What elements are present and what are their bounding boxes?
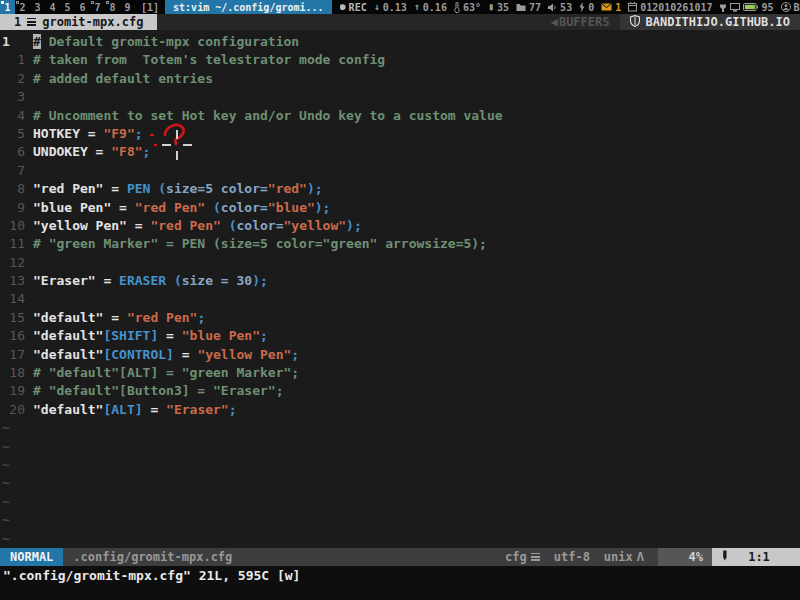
code-line[interactable]: 12 — [0, 254, 800, 272]
line-number: 10 — [0, 217, 25, 235]
fileformat-indicator: unix Λ — [604, 550, 644, 564]
layout-indicator[interactable]: [1] — [141, 2, 159, 13]
up-arrow-icon: ↑ — [414, 2, 420, 12]
code-line[interactable]: 5HOTKEY = "F9"; — [0, 125, 800, 143]
line-number: 12 — [0, 254, 25, 272]
line-number: 18 — [0, 364, 25, 382]
stat-net-up: ↑ 0.16 — [414, 2, 447, 13]
code-text: UNDOKEY = "F8"; — [25, 143, 150, 161]
user-value: BNDTHJ — [794, 2, 800, 13]
record-label: REC — [349, 2, 367, 13]
line-number: 11 — [0, 235, 25, 253]
left-triangle-icon: ◀ — [551, 15, 558, 29]
code-text: # "default"[Button3] = "Eraser"; — [25, 382, 283, 400]
line-number: 14 — [0, 290, 25, 308]
code-line[interactable]: 19# "default"[Button3] = "Eraser"; — [0, 382, 800, 400]
position-text: 1:1 — [728, 550, 790, 564]
workspace-tag-4[interactable]: 4 — [45, 0, 60, 14]
code-line[interactable]: 3 — [0, 88, 800, 106]
hollow-square-icon — [91, 1, 94, 4]
line-number: 2 — [0, 70, 25, 88]
zap-icon — [579, 2, 585, 12]
buffer-tab-active[interactable]: 1 gromit-mpx.cfg — [0, 14, 157, 30]
stat-volume: 53 — [548, 2, 572, 13]
empty-line: ~ — [0, 419, 800, 437]
shield-icon — [630, 15, 640, 30]
code-line[interactable]: 20"default"[ALT] = "Eraser"; — [0, 401, 800, 419]
line-number: 6 — [0, 143, 25, 161]
status-line: NORMAL .config/gromit-mpx.cfg cfg utf-8 … — [0, 548, 800, 566]
empty-line: ~ — [0, 530, 800, 548]
code-text: "default"[ALT] = "Eraser"; — [25, 401, 237, 419]
updates-value: 0 — [588, 2, 594, 13]
line-number: 1 — [0, 33, 25, 51]
code-line[interactable]: 16"default"[SHIFT] = "blue Pen"; — [0, 327, 800, 345]
stat-datetime: 012010261017 — [628, 2, 712, 13]
code-text: "Eraser" = ERASER (size = 30); — [25, 272, 268, 290]
stat-temperature: 63° — [454, 2, 481, 13]
code-line[interactable]: 10"yellow Pen" = "red Pen" (color="yello… — [0, 217, 800, 235]
code-text — [25, 88, 33, 106]
code-line[interactable]: 11# "green Marker" = PEN (size=5 color="… — [0, 235, 800, 253]
code-line[interactable]: 18# "default"[ALT] = "green Marker"; — [0, 364, 800, 382]
workspace-tag-2[interactable]: 2 — [15, 0, 30, 14]
filetype-text: cfg — [505, 550, 527, 564]
empty-line: ~ — [0, 438, 800, 456]
code-line[interactable]: 9"blue Pen" = "red Pen" (color="blue"); — [0, 199, 800, 217]
line-number: 8 — [0, 180, 25, 198]
code-line[interactable]: 4# Uncomment to set Hot key and/or Undo … — [0, 107, 800, 125]
line-number: 5 — [0, 125, 25, 143]
statusline-filename: .config/gromit-mpx.cfg — [73, 550, 232, 564]
temperature-value: 63° — [463, 2, 481, 13]
code-text: "blue Pen" = "red Pen" (color="blue"); — [25, 199, 330, 217]
cursor-position: 1:1 — [712, 548, 800, 566]
workspace-tag-5[interactable]: 5 — [60, 0, 75, 14]
net-up-value: 0.16 — [423, 2, 447, 13]
workspace-tag-1[interactable]: 1 — [0, 0, 15, 14]
hollow-square-icon — [16, 1, 19, 4]
site-badge: BANDITHIJO.GITHUB.IO — [620, 14, 800, 30]
user-icon — [781, 2, 791, 12]
line-number: 20 — [0, 401, 25, 419]
line-number: 15 — [0, 309, 25, 327]
code-area[interactable]: 1# Default gromit-mpx configuration1# ta… — [0, 30, 800, 548]
code-line[interactable]: 1# taken from Totem's telestrator mode c… — [0, 51, 800, 69]
workspace-tag-9[interactable]: 9 — [120, 0, 135, 14]
workspace-tag-7[interactable]: 7 — [90, 0, 105, 14]
terminal-screen: 123456789 [1] st:vim ~/.config/gromi... … — [0, 0, 800, 600]
line-number: 17 — [0, 346, 25, 364]
mode-indicator: NORMAL — [0, 548, 63, 566]
status-segments: ● REC ↓ 0.13 ↑ 0.16 63° ▮ 35 77 — [340, 2, 800, 13]
line-number: 7 — [0, 162, 25, 180]
tilde-marker: ~ — [0, 511, 10, 529]
stat-user: BNDTHJ — [781, 2, 800, 13]
mail-count: 1 — [615, 2, 621, 13]
calendar-icon — [628, 2, 637, 12]
code-line[interactable]: 14 — [0, 290, 800, 308]
line-number: 9 — [0, 199, 25, 217]
fileformat-text: unix — [604, 550, 633, 564]
topbar: 123456789 [1] st:vim ~/.config/gromi... … — [0, 0, 800, 14]
plug-icon — [719, 2, 727, 12]
code-text: # taken from Totem's telestrator mode co… — [25, 51, 385, 69]
workspace-tag-6[interactable]: 6 — [75, 0, 90, 14]
speaker-icon — [548, 3, 557, 12]
code-line[interactable]: 17"default"[CONTROL] = "yellow Pen"; — [0, 346, 800, 364]
code-line[interactable]: 2# added default entries — [0, 70, 800, 88]
folder-icon — [516, 3, 526, 12]
code-line[interactable]: 15"default" = "red Pen"; — [0, 309, 800, 327]
buffer-line: 1 gromit-mpx.cfg ◀ BUFFERS BANDITHIJO.GI… — [0, 14, 800, 30]
code-line[interactable]: 1# Default gromit-mpx configuration — [0, 33, 800, 51]
workspace-tag-3[interactable]: 3 — [30, 0, 45, 14]
code-text: "red Pen" = PEN (size=5 color="red"); — [25, 180, 323, 198]
code-text: # Default gromit-mpx configuration — [25, 33, 299, 51]
workspace-tag-8[interactable]: 8 — [105, 0, 120, 14]
monitor-icon — [730, 3, 740, 12]
code-line[interactable]: 6UNDOKEY = "F8"; — [0, 143, 800, 161]
code-line[interactable]: 7 — [0, 162, 800, 180]
code-line[interactable]: 8"red Pen" = PEN (size=5 color="red"); — [0, 180, 800, 198]
filled-square-icon — [1, 1, 4, 4]
code-line[interactable]: 13"Eraser" = ERASER (size = 30); — [0, 272, 800, 290]
code-text: # "default"[ALT] = "green Marker"; — [25, 364, 299, 382]
tilde-marker: ~ — [0, 456, 10, 474]
